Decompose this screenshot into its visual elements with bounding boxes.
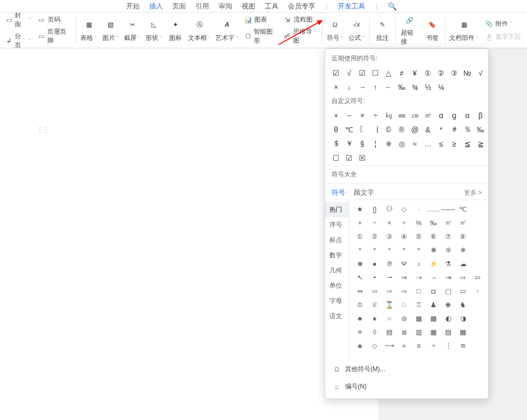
subtab-emoji[interactable]: 颜文字 xyxy=(354,188,374,197)
tab-view[interactable]: 视图 xyxy=(242,2,255,11)
bookmark-button[interactable]: 🔖书签 xyxy=(422,14,443,47)
browser-symbol-cell[interactable]: ♚ xyxy=(441,298,456,311)
recent-symbol-cell[interactable]: № xyxy=(461,66,474,79)
browser-symbol-cell[interactable]: ⇰ xyxy=(470,270,485,284)
category-item[interactable]: 几何 xyxy=(325,263,349,278)
custom-symbol-cell[interactable]: … xyxy=(421,137,435,150)
headerfooter-button[interactable]: ▭页眉页脚 xyxy=(36,26,71,46)
browser-symbol-cell[interactable]: ÷ xyxy=(426,339,441,352)
search-icon[interactable]: 🔍 xyxy=(388,2,397,10)
browser-symbol-cell[interactable]: * xyxy=(367,243,382,257)
category-item[interactable]: 热门 xyxy=(325,202,349,217)
smartart-button[interactable]: ⬡智能图形 xyxy=(243,26,278,46)
browser-symbol-cell[interactable]: ⊚ xyxy=(397,311,411,325)
formula-button[interactable]: √x公式 xyxy=(346,14,367,47)
browser-symbol-cell[interactable]: → xyxy=(426,270,441,284)
symbol-browser[interactable]: ★[]《》◇·……——℃+−×÷%‰㎡㎥①②③④⑤⑥⑦⑧*****❋❊❄❀●℗Ψ… xyxy=(349,200,488,360)
browser-symbol-cell[interactable] xyxy=(470,339,485,352)
custom-symbol-cell[interactable]: ‰ xyxy=(474,123,487,136)
browser-symbol-cell[interactable]: ㎥ xyxy=(456,216,470,229)
browser-symbol-cell[interactable]: ÷ xyxy=(397,216,411,229)
browser-symbol-cell[interactable]: ▦ xyxy=(426,325,441,339)
tab-start[interactable]: 开始 xyxy=(126,2,140,11)
custom-symbol-cell[interactable]: & xyxy=(421,123,435,136)
browser-symbol-cell[interactable]: ㎡ xyxy=(441,216,456,229)
browser-symbol-cell[interactable]: ▨ xyxy=(441,325,456,339)
browser-symbol-cell[interactable]: ⇥ xyxy=(441,270,456,284)
drag-handle-icon[interactable]: ⋮⋮ xyxy=(37,126,49,133)
custom-symbol-cell[interactable]: ㎏ xyxy=(382,109,395,122)
browser-symbol-cell[interactable]: ♔ xyxy=(353,298,367,311)
tab-tools[interactable]: 工具 xyxy=(265,2,278,11)
mindmap-button[interactable]: ☍思维导图 xyxy=(282,26,317,46)
custom-symbol-cell[interactable]: ≦ xyxy=(461,137,474,150)
browser-symbol-cell[interactable]: ≡ xyxy=(353,325,367,339)
cover-button[interactable]: ▭封面˅ xyxy=(4,10,32,30)
browser-symbol-cell[interactable]: + xyxy=(353,216,367,229)
browser-symbol-cell[interactable]: ⑧ xyxy=(456,229,470,243)
category-item[interactable]: 字母 xyxy=(325,293,349,309)
browser-symbol-cell[interactable]: ♖ xyxy=(411,298,426,311)
browser-symbol-cell[interactable]: 《》 xyxy=(382,202,397,216)
browser-symbol-cell[interactable]: ● xyxy=(367,257,382,270)
custom-symbol-cell[interactable]: β xyxy=(474,109,487,122)
browser-symbol-cell[interactable]: ③ xyxy=(382,229,397,243)
custom-symbol-cell[interactable]: § xyxy=(356,137,369,150)
browser-symbol-cell[interactable]: ▭ xyxy=(456,284,470,298)
custom-symbol-cell[interactable]: @ xyxy=(408,123,421,136)
recent-symbol-cell[interactable]: √ xyxy=(474,66,487,79)
attachment-button[interactable]: 📎附件˅ xyxy=(484,18,522,29)
browser-symbol-cell[interactable]: ≋ xyxy=(456,339,470,352)
browser-symbol-cell[interactable]: ❋ xyxy=(426,243,441,257)
recent-symbol-cell[interactable]: ¾ xyxy=(408,80,421,93)
recent-symbol-cell[interactable]: ☑ xyxy=(329,66,343,79)
browser-symbol-cell[interactable]: ♪ xyxy=(411,257,426,270)
browser-symbol-cell[interactable]: ♘ xyxy=(397,298,411,311)
browser-symbol-cell[interactable]: ❀ xyxy=(353,257,367,270)
recent-symbol-cell[interactable]: ③ xyxy=(448,66,461,79)
recent-symbol-cell[interactable]: △ xyxy=(382,66,395,79)
tab-dev[interactable]: 开发工具 xyxy=(338,2,365,11)
custom-symbol-cell[interactable]: ※ xyxy=(382,137,395,150)
browser-symbol-cell[interactable]: ℃ xyxy=(456,202,470,216)
browser-symbol-cell[interactable]: ⇨ xyxy=(456,270,470,284)
browser-symbol-cell[interactable]: ▦ xyxy=(411,311,426,325)
paging-button[interactable]: ↲分页˅ xyxy=(4,31,32,51)
browser-symbol-cell[interactable]: …… xyxy=(426,202,441,216)
browser-symbol-cell[interactable]: − xyxy=(367,216,382,229)
browser-symbol-cell[interactable] xyxy=(470,325,485,339)
recent-symbol-cell[interactable]: ① xyxy=(421,66,435,79)
custom-symbol-cell[interactable]: ☑ xyxy=(343,151,356,164)
custom-symbol-cell[interactable]: + xyxy=(329,109,343,122)
browser-symbol-cell[interactable]: ❄ xyxy=(456,243,470,257)
browser-symbol-cell[interactable]: ⇨ xyxy=(397,284,411,298)
browser-symbol-cell[interactable] xyxy=(470,216,485,229)
browser-symbol-cell[interactable]: ♕ xyxy=(367,298,382,311)
subtab-symbol[interactable]: 符号 xyxy=(332,188,345,197)
browser-symbol-cell[interactable]: ○ xyxy=(382,311,397,325)
browser-symbol-cell[interactable]: ◇ xyxy=(397,202,411,216)
browser-symbol-cell[interactable]: * xyxy=(411,243,426,257)
subtab-more[interactable]: 更多 > xyxy=(464,188,482,197)
browser-symbol-cell[interactable]: ♞ xyxy=(456,298,470,311)
custom-symbol-cell[interactable]: ® xyxy=(395,123,408,136)
recent-symbol-cell[interactable]: ☐ xyxy=(369,66,382,79)
browser-symbol-cell[interactable]: ⇨ xyxy=(382,284,397,298)
custom-symbol-cell[interactable]: ￥ xyxy=(343,137,356,150)
browser-symbol-cell[interactable]: ▥ xyxy=(411,325,426,339)
browser-symbol-cell[interactable]: ⚡ xyxy=(426,257,441,270)
browser-symbol-cell[interactable]: ② xyxy=(367,229,382,243)
custom-symbol-cell[interactable]: ℃ xyxy=(343,123,356,136)
recent-symbol-cell[interactable]: ¥ xyxy=(408,66,421,79)
browser-symbol-cell[interactable]: ④ xyxy=(397,229,411,243)
browser-symbol-cell[interactable]: ¤ xyxy=(411,339,426,352)
comment-button[interactable]: ✎批注 xyxy=(372,14,393,47)
browser-symbol-cell[interactable]: % xyxy=(411,216,426,229)
textbox-button[interactable]: Ⓐ文本框 xyxy=(186,14,213,47)
browser-symbol-cell[interactable]: × xyxy=(382,216,397,229)
custom-symbol-cell[interactable]: ☒ xyxy=(356,151,369,164)
custom-symbol-cell[interactable]: ％ xyxy=(461,123,474,136)
flowchart-button[interactable]: ⇲流程图 xyxy=(282,14,317,25)
browser-symbol-cell[interactable]: ⇔ xyxy=(353,284,367,298)
browser-symbol-cell[interactable]: ⇢ xyxy=(411,270,426,284)
